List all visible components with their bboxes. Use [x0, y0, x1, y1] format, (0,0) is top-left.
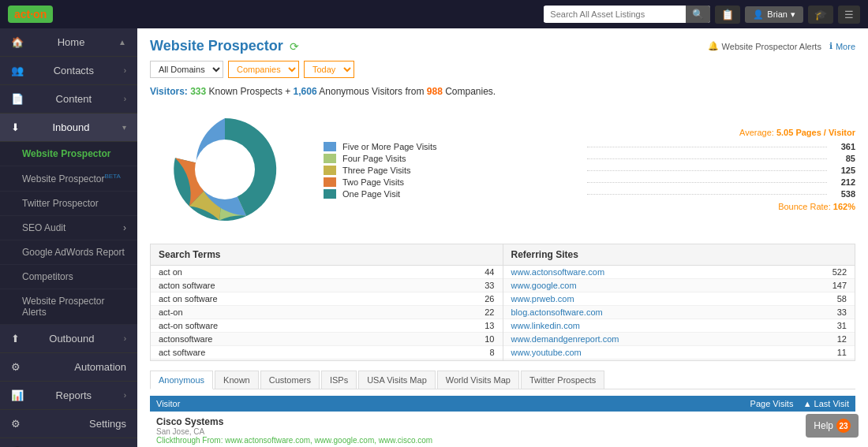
- referring-sites-list: www.actonsoftware.com522www.google.com14…: [503, 266, 855, 360]
- reports-icon: 📊: [11, 389, 24, 401]
- known-suffix: Known Prospects +: [209, 86, 294, 97]
- sub-item-label: Website Prospector Alerts: [22, 296, 126, 318]
- donut-chart: [150, 106, 308, 233]
- sidebar-item-inbound[interactable]: ⬇ Inbound ▾: [0, 114, 137, 142]
- visitor-table-header: Visitor Page Visits ▲ Last Visit: [150, 396, 855, 412]
- logo-highlight: ·on: [30, 8, 47, 20]
- sidebar-sub-alerts[interactable]: Website Prospector Alerts: [0, 289, 137, 325]
- help-button[interactable]: Help 23: [806, 414, 859, 438]
- legend-item-3: Three Page Visits 125: [324, 166, 855, 175]
- visitor-tabs: AnonymousKnownCustomersISPsUSA Visits Ma…: [150, 371, 855, 389]
- menu-icon[interactable]: ☰: [838, 6, 860, 24]
- visitor-header: Visitor: [156, 399, 180, 408]
- legend-value: 212: [832, 177, 855, 187]
- tab-world-visits-map[interactable]: World Visits Map: [437, 371, 519, 389]
- user-menu[interactable]: 👤 Brian ▾: [745, 6, 803, 23]
- filter-row: All Domains Companies Today: [150, 61, 855, 78]
- content-area: Website Prospector ⟳ 🔔 Website Prospecto…: [137, 28, 868, 447]
- tab-twitter-prospects[interactable]: Twitter Prospects: [521, 371, 604, 389]
- sub-item-label: Competitors: [22, 271, 73, 282]
- list-item: act on marketing5: [151, 359, 503, 360]
- clickthrough: Clickthrough From: www.actonsoftware.com…: [156, 436, 432, 445]
- list-item: acton software33: [151, 279, 503, 292]
- legend-item-4: Four Page Visits 85: [324, 154, 855, 163]
- legend-color: [324, 166, 336, 175]
- anonymous-count: 1,606: [294, 86, 317, 97]
- list-item: www.actonsoftware.com522: [503, 266, 855, 279]
- legend-value: 85: [832, 154, 855, 163]
- settings-icon: ⚙: [11, 418, 21, 430]
- domain-filter[interactable]: All Domains: [150, 61, 223, 78]
- legend-section: Average: 5.05 Pages / Visitor Five or Mo…: [324, 128, 855, 211]
- list-item: blog.actonsoftware.com33: [503, 306, 855, 319]
- visitors-label: Visitors:: [150, 86, 188, 97]
- tab-known[interactable]: Known: [215, 371, 259, 389]
- chevron-icon: ›: [124, 334, 126, 343]
- main-layout: 🏠 Home ▲ 👥 Contacts › 📄 Content › ⬇ Inbo…: [0, 28, 868, 447]
- list-item: act on software26: [151, 292, 503, 306]
- legend-color: [324, 142, 336, 151]
- help-label: Help: [814, 420, 833, 431]
- search-referring-section: Search Terms act on44acton software33act…: [150, 244, 855, 361]
- legend-item-2: Two Page Visits 212: [324, 177, 855, 187]
- sidebar-item-home[interactable]: 🏠 Home ▲: [0, 28, 137, 57]
- sidebar-sub-website-prospector-beta[interactable]: Website ProspectorBETA: [0, 166, 137, 192]
- sidebar-item-settings[interactable]: ⚙ Settings: [0, 410, 137, 438]
- alert-link[interactable]: 🔔 Website Prospector Alerts: [708, 41, 821, 51]
- refresh-icon[interactable]: ⟳: [290, 40, 299, 53]
- content-icon: 📄: [11, 93, 24, 105]
- sidebar-item-contacts[interactable]: 👥 Contacts ›: [0, 57, 137, 85]
- inbound-submenu: Website Prospector Website ProspectorBET…: [0, 142, 137, 325]
- sidebar-sub-competitors[interactable]: Competitors: [0, 265, 137, 289]
- sidebar-item-label: Reports: [56, 389, 92, 401]
- content-header: Website Prospector ⟳ 🔔 Website Prospecto…: [150, 38, 855, 54]
- sidebar-item-automation[interactable]: ⚙ Automation: [0, 353, 137, 382]
- sidebar-sub-seo-audit[interactable]: SEO Audit ›: [0, 216, 137, 240]
- topbar: act·on 🔍 📋 👤 Brian ▾ 🎓 ☰: [0, 0, 868, 28]
- automation-icon: ⚙: [11, 361, 21, 373]
- companies-count: 988: [427, 86, 443, 97]
- list-item: www.google.com147: [503, 279, 855, 292]
- list-item: actonsoftware10: [151, 333, 503, 346]
- list-item: www.youtube.com11: [503, 346, 855, 359]
- chevron-icon: ›: [124, 95, 126, 103]
- sub-item-label: Google AdWords Report: [22, 247, 125, 258]
- sidebar-item-label: Content: [56, 93, 92, 105]
- sidebar-sub-google-adwords[interactable]: Google AdWords Report: [0, 240, 137, 265]
- topbar-right: 🔍 📋 👤 Brian ▾ 🎓 ☰: [544, 6, 860, 24]
- sidebar-sub-twitter-prospector[interactable]: Twitter Prospector: [0, 192, 137, 216]
- graduation-icon[interactable]: 🎓: [808, 6, 833, 24]
- tab-anonymous[interactable]: Anonymous: [150, 371, 213, 389]
- anonymous-suffix: Anonymous Visitors from: [319, 86, 427, 97]
- period-filter[interactable]: Today: [304, 61, 354, 78]
- sidebar-item-outbound[interactable]: ⬆ Outbound ›: [0, 325, 137, 353]
- more-link[interactable]: ℹ More: [829, 41, 855, 51]
- search-input[interactable]: [544, 6, 686, 22]
- sub-item-label: Website ProspectorBETA: [22, 173, 121, 184]
- legend-color: [324, 177, 336, 187]
- outbound-icon: ⬆: [11, 333, 20, 345]
- tab-usa-visits-map[interactable]: USA Visits Map: [358, 371, 436, 389]
- visitor-row: Cisco Systems San Jose, CA Clickthrough …: [150, 413, 855, 447]
- list-item: act software8: [151, 346, 503, 359]
- page-title-row: Website Prospector ⟳: [150, 38, 299, 54]
- logo[interactable]: act·on: [8, 6, 53, 23]
- last-visit-header: ▲ Last Visit: [803, 399, 849, 408]
- sidebar-item-label: Outbound: [49, 333, 94, 345]
- visitors-summary: Visitors: 333 Known Prospects + 1,606 An…: [150, 86, 855, 97]
- search-button[interactable]: 🔍: [686, 6, 710, 23]
- sidebar-sub-website-prospector[interactable]: Website Prospector: [0, 142, 137, 166]
- tab-isps[interactable]: ISPs: [321, 371, 357, 389]
- sub-item-label: SEO Audit: [22, 222, 65, 233]
- tab-customers[interactable]: Customers: [260, 371, 320, 389]
- sub-item-label: Website Prospector: [22, 148, 110, 159]
- chevron-down-icon: ▾: [122, 123, 126, 132]
- sidebar-item-content[interactable]: 📄 Content ›: [0, 85, 137, 114]
- chart-section: Average: 5.05 Pages / Visitor Five or Mo…: [150, 106, 855, 233]
- sidebar-item-reports[interactable]: 📊 Reports ›: [0, 382, 137, 410]
- sidebar-item-feedback[interactable]: 💬 Feedback: [0, 438, 137, 447]
- circle-icon: ℹ: [829, 41, 832, 51]
- clipboard-icon[interactable]: 📋: [715, 6, 740, 24]
- company-name[interactable]: Cisco Systems: [156, 416, 432, 427]
- type-filter[interactable]: Companies: [228, 61, 299, 78]
